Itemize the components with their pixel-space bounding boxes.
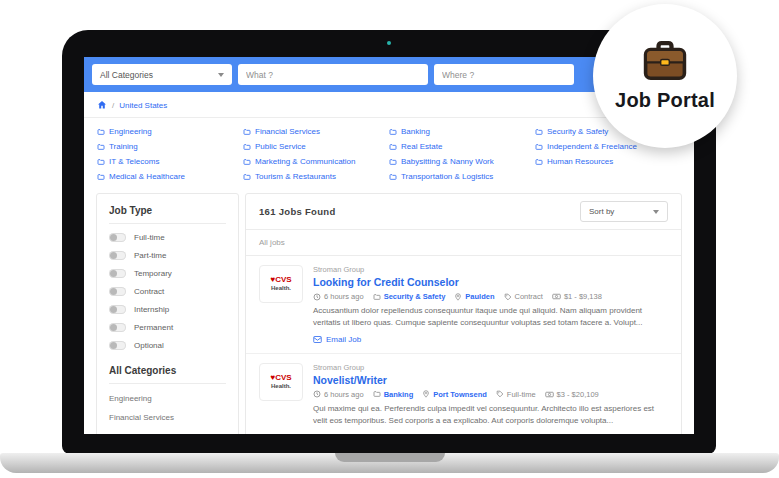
- category-link-label: Human Resources: [547, 157, 613, 166]
- breadcrumb-location[interactable]: United States: [119, 101, 167, 110]
- category-link[interactable]: Public Service: [243, 142, 389, 151]
- folder-icon: [243, 158, 251, 166]
- job-type-label: Temporary: [134, 269, 172, 278]
- home-icon[interactable]: [97, 100, 107, 110]
- job-list: ♥CVS Health. Stroman Group Looking for C…: [246, 256, 681, 434]
- toggle-knob: [110, 324, 117, 331]
- email-job-label: Email Job: [326, 433, 361, 434]
- money-icon: [552, 292, 561, 301]
- tab-all-jobs[interactable]: All jobs: [259, 238, 285, 247]
- category-link-label: Tourism & Restaurants: [255, 172, 336, 181]
- job-category: Banking: [373, 390, 414, 399]
- laptop-notch: [335, 453, 445, 462]
- toggle-knob: [110, 306, 117, 313]
- tag-icon: [504, 293, 512, 301]
- toggle-knob: [110, 252, 117, 259]
- toggle-switch[interactable]: [109, 251, 126, 260]
- category-link-label: Transportation & Logistics: [401, 172, 493, 181]
- laptop-base: [0, 453, 779, 473]
- job-type-toggle-row: Temporary: [109, 269, 226, 278]
- job-description: Accusantium dolor repellendus consequunt…: [313, 305, 668, 330]
- folder-icon: [389, 173, 397, 181]
- toggle-switch[interactable]: [109, 305, 126, 314]
- toggle-switch[interactable]: [109, 269, 126, 278]
- results-tabs: All jobs: [246, 230, 681, 256]
- toggle-switch[interactable]: [109, 341, 126, 350]
- location-pin-icon: [422, 390, 430, 398]
- toggle-switch[interactable]: [109, 287, 126, 296]
- job-meta-row: 6 hours ago Security & Safety Paulden Co…: [313, 292, 668, 301]
- all-categories-title: All Categories: [109, 365, 226, 384]
- category-link[interactable]: Tourism & Restaurants: [243, 172, 389, 181]
- where-input[interactable]: [434, 64, 574, 85]
- email-job-link[interactable]: Email Job: [313, 335, 668, 344]
- folder-icon: [97, 173, 105, 181]
- job-portal-badge: Job Portal: [593, 4, 737, 148]
- job-posted-label: 6 hours ago: [324, 292, 364, 301]
- category-link[interactable]: IT & Telecoms: [97, 157, 243, 166]
- company-logo: ♥CVS Health.: [259, 363, 303, 401]
- toggle-switch[interactable]: [109, 323, 126, 332]
- folder-icon: [373, 293, 381, 301]
- category-link[interactable]: Financial Services: [243, 127, 389, 136]
- sidebar-category-item[interactable]: Financial Services: [109, 413, 226, 422]
- email-job-link[interactable]: Email Job: [313, 433, 668, 434]
- category-select[interactable]: All Categories: [92, 64, 232, 85]
- category-link-label: Independent & Freelance: [547, 142, 637, 151]
- filters-sidebar: Job Type Full-time Part-time Temporary C…: [96, 193, 239, 434]
- category-link[interactable]: Training: [97, 142, 243, 151]
- job-location-link[interactable]: Paulden: [465, 292, 494, 301]
- job-salary-label: $1 - $9,138: [564, 292, 602, 301]
- envelope-icon: [313, 433, 322, 434]
- job-description: Qui maxime qui ea. Perferendis culpa imp…: [313, 403, 668, 428]
- browser-screen: All Categories / United States Engineeri…: [84, 57, 694, 434]
- job-location: Port Townsend: [422, 390, 487, 399]
- toggle-knob: [110, 342, 117, 349]
- sidebar-category-label: Banking: [109, 432, 138, 434]
- folder-icon: [243, 143, 251, 151]
- job-location: Paulden: [454, 292, 494, 301]
- sort-by-select[interactable]: Sort by: [580, 201, 668, 222]
- job-category-link[interactable]: Security & Safety: [384, 292, 446, 301]
- briefcase-icon: [642, 40, 688, 82]
- category-link[interactable]: Human Resources: [535, 157, 681, 166]
- job-type-toggle-row: Internship: [109, 305, 226, 314]
- tag-icon: [496, 390, 504, 398]
- folder-icon: [243, 173, 251, 181]
- category-link[interactable]: Real Estate: [389, 142, 535, 151]
- breadcrumb-separator: /: [112, 101, 114, 110]
- category-link[interactable]: Transportation & Logistics: [389, 172, 535, 181]
- folder-icon: [373, 390, 381, 398]
- category-link[interactable]: Banking: [389, 127, 535, 136]
- job-type-toggle-row: Permanent: [109, 323, 226, 332]
- category-link[interactable]: Babysitting & Nanny Work: [389, 157, 535, 166]
- folder-icon: [97, 128, 105, 136]
- jobs-found-count: 161 Jobs Found: [259, 206, 336, 217]
- sort-by-label: Sort by: [589, 207, 614, 216]
- category-link[interactable]: Engineering: [97, 127, 243, 136]
- category-link-label: Engineering: [109, 127, 152, 136]
- job-category-link[interactable]: Banking: [384, 390, 414, 399]
- toggle-switch[interactable]: [109, 233, 126, 242]
- email-job-label: Email Job: [326, 335, 361, 344]
- job-type-label: Contract: [515, 292, 543, 301]
- job-type-label: Contract: [134, 287, 164, 296]
- job-listing: ♥CVS Health. Stroman Group Looking for C…: [246, 256, 681, 354]
- chevron-down-icon: [653, 210, 659, 214]
- content-row: Job Type Full-time Part-time Temporary C…: [84, 191, 694, 434]
- job-title-link[interactable]: Looking for Credit Counselor: [313, 276, 668, 288]
- what-input[interactable]: [238, 64, 428, 85]
- folder-icon: [535, 128, 543, 136]
- job-location-link[interactable]: Port Townsend: [433, 390, 487, 399]
- sidebar-category-list: Engineering Financial Services Banking S…: [109, 394, 226, 434]
- sidebar-category-item[interactable]: Engineering: [109, 394, 226, 403]
- envelope-icon: [313, 335, 322, 344]
- sidebar-category-item[interactable]: Banking: [109, 432, 226, 434]
- job-portal-label: Job Portal: [615, 89, 715, 112]
- sidebar-category-label: Engineering: [109, 394, 152, 403]
- company-logo-text: ♥CVS: [270, 374, 291, 383]
- category-link[interactable]: Marketing & Communication: [243, 157, 389, 166]
- category-link[interactable]: Medical & Healthcare: [97, 172, 243, 181]
- category-link-label: Medical & Healthcare: [109, 172, 185, 181]
- job-title-link[interactable]: Novelist/Writer: [313, 374, 668, 386]
